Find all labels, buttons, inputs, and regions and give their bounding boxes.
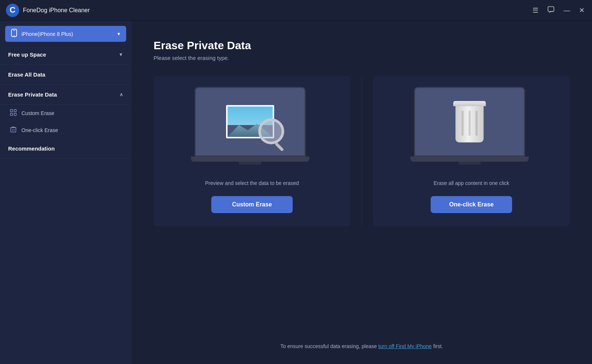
svg-rect-2 <box>548 7 554 11</box>
sidebar-free-up-space-label: Free up Space <box>8 51 46 58</box>
svg-rect-7 <box>14 109 16 112</box>
sidebar-erase-all-data-label: Erase All Data <box>8 71 45 78</box>
card-divider <box>361 76 362 226</box>
sidebar-item-free-up-space[interactable]: Free up Space ▼ <box>0 45 131 65</box>
svg-rect-8 <box>10 113 13 115</box>
device-icon <box>10 29 18 39</box>
custom-erase-label: Custom Erase <box>21 110 54 116</box>
one-click-erase-illustration <box>412 87 531 168</box>
sidebar-erase-private-data-label: Erase Private Data <box>8 91 57 98</box>
one-click-erase-description: Erase all app content in one click <box>434 179 509 187</box>
sidebar: iPhone(iPhone 8 Plus) ▼ Free up Space ▼ … <box>0 21 131 364</box>
trash-icon <box>10 126 17 134</box>
free-up-space-arrow-icon: ▼ <box>118 52 123 57</box>
sidebar-section-recommendation: Recommendation <box>0 139 131 159</box>
sidebar-item-erase-private-data[interactable]: Erase Private Data ∧ <box>0 85 131 105</box>
sidebar-item-erase-all-data[interactable]: Erase All Data <box>0 65 131 85</box>
grid-icon <box>10 109 17 117</box>
minimize-button[interactable]: — <box>562 6 572 15</box>
svg-point-4 <box>14 35 14 36</box>
sidebar-item-one-click-erase[interactable]: One-click Erase <box>0 122 131 139</box>
custom-erase-description: Preview and select the data to be erased <box>205 179 299 187</box>
bottom-note: To ensure successful data erasing, pleas… <box>154 343 570 349</box>
content-area: Erase Private Data Please select the era… <box>131 21 592 364</box>
sidebar-section-erase-private-data: Erase Private Data ∧ Custom Erase <box>0 85 131 139</box>
sidebar-section-free-up-space: Free up Space ▼ <box>0 45 131 65</box>
app-logo: C <box>6 4 19 17</box>
bottom-note-text2: first. <box>432 343 443 349</box>
page-title: Erase Private Data <box>154 39 570 52</box>
page-subtitle: Please select the erasing type. <box>154 55 570 61</box>
main-layout: iPhone(iPhone 8 Plus) ▼ Free up Space ▼ … <box>0 21 592 364</box>
device-selector[interactable]: iPhone(iPhone 8 Plus) ▼ <box>5 26 126 42</box>
svg-rect-6 <box>10 109 13 112</box>
svg-rect-5 <box>13 30 15 31</box>
svg-rect-10 <box>11 128 16 132</box>
erase-cards-row: Preview and select the data to be erased… <box>154 76 570 226</box>
svg-text:C: C <box>10 5 16 14</box>
app-title: FoneDog iPhone Cleaner <box>23 7 531 14</box>
menu-button[interactable]: ☰ <box>531 6 540 15</box>
one-click-erase-label: One-click Erase <box>21 127 58 133</box>
window-controls: ☰ — ✕ <box>531 4 586 16</box>
sidebar-recommendation-label: Recommendation <box>8 145 55 152</box>
find-my-iphone-link[interactable]: turn off Find My iPhone <box>378 343 431 349</box>
close-button[interactable]: ✕ <box>578 6 586 15</box>
custom-erase-button[interactable]: Custom Erase <box>211 196 293 213</box>
bottom-note-text1: To ensure successful data erasing, pleas… <box>280 343 379 349</box>
device-name: iPhone(iPhone 8 Plus) <box>21 31 113 37</box>
chat-button[interactable] <box>546 4 556 16</box>
one-click-erase-button[interactable]: One-click Erase <box>431 196 512 213</box>
sidebar-item-recommendation[interactable]: Recommendation <box>0 139 131 159</box>
sidebar-section-erase-all-data: Erase All Data <box>0 65 131 85</box>
one-click-erase-card: Erase all app content in one click One-c… <box>373 76 570 226</box>
sidebar-item-custom-erase[interactable]: Custom Erase <box>0 105 131 122</box>
svg-rect-9 <box>14 113 16 115</box>
title-bar: C FoneDog iPhone Cleaner ☰ — ✕ <box>0 0 592 21</box>
erase-private-data-arrow-icon: ∧ <box>120 92 123 97</box>
device-chevron-icon: ▼ <box>117 31 121 37</box>
custom-erase-card: Preview and select the data to be erased… <box>154 76 350 226</box>
custom-erase-illustration <box>193 87 311 168</box>
